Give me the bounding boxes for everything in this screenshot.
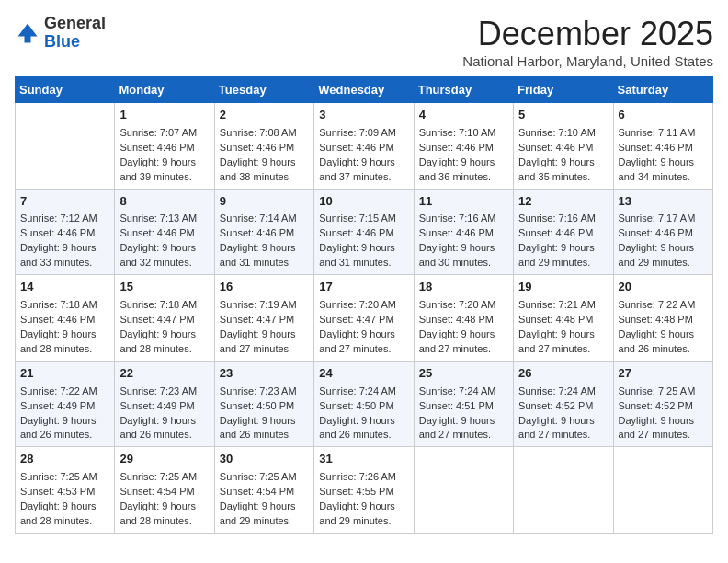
sunset-text: Sunset: 4:51 PM — [419, 400, 494, 411]
calendar-cell: 22Sunrise: 7:23 AMSunset: 4:49 PMDayligh… — [115, 361, 214, 447]
calendar-cell: 31Sunrise: 7:26 AMSunset: 4:55 PMDayligh… — [314, 447, 414, 534]
calendar-cell: 14Sunrise: 7:18 AMSunset: 4:46 PMDayligh… — [16, 275, 115, 362]
sunrise-text: Sunrise: 7:22 AM — [619, 299, 696, 310]
calendar-cell: 16Sunrise: 7:19 AMSunset: 4:47 PMDayligh… — [214, 275, 313, 362]
sunset-text: Sunset: 4:55 PM — [319, 486, 393, 497]
sunset-text: Sunset: 4:46 PM — [419, 227, 494, 238]
calendar-cell: 18Sunrise: 7:20 AMSunset: 4:48 PMDayligh… — [414, 275, 513, 362]
logo-icon — [15, 20, 40, 46]
cell-content: 19Sunrise: 7:21 AMSunset: 4:48 PMDayligh… — [518, 279, 608, 357]
calendar-week-5: 28Sunrise: 7:25 AMSunset: 4:53 PMDayligh… — [16, 447, 713, 534]
sunrise-text: Sunrise: 7:25 AM — [20, 471, 97, 482]
daylight-text: Daylight: 9 hours and 26 minutes. — [619, 328, 695, 354]
sunset-text: Sunset: 4:46 PM — [220, 142, 294, 153]
sunrise-text: Sunrise: 7:16 AM — [518, 213, 596, 224]
cell-content: 17Sunrise: 7:20 AMSunset: 4:47 PMDayligh… — [319, 279, 408, 357]
logo-general-text: General — [44, 15, 106, 33]
calendar-cell: 29Sunrise: 7:25 AMSunset: 4:54 PMDayligh… — [115, 447, 214, 534]
daylight-text: Daylight: 9 hours and 26 minutes. — [319, 415, 395, 441]
daylight-text: Daylight: 9 hours and 28 minutes. — [119, 500, 196, 526]
sunset-text: Sunset: 4:46 PM — [619, 142, 693, 153]
sunset-text: Sunset: 4:52 PM — [619, 400, 693, 411]
cell-content: 22Sunrise: 7:23 AMSunset: 4:49 PMDayligh… — [119, 365, 209, 443]
day-number: 4 — [419, 107, 508, 124]
daylight-text: Daylight: 9 hours and 27 minutes. — [419, 328, 495, 354]
sunset-text: Sunset: 4:46 PM — [518, 227, 593, 238]
day-number: 16 — [220, 279, 309, 296]
cell-content: 15Sunrise: 7:18 AMSunset: 4:47 PMDayligh… — [119, 279, 209, 357]
sunset-text: Sunset: 4:53 PM — [20, 486, 95, 497]
cell-content: 1Sunrise: 7:07 AMSunset: 4:46 PMDaylight… — [119, 107, 209, 185]
day-number: 12 — [518, 193, 608, 211]
day-number: 9 — [220, 193, 309, 211]
day-number: 1 — [119, 107, 209, 124]
sunset-text: Sunset: 4:47 PM — [319, 314, 393, 325]
cell-content: 18Sunrise: 7:20 AMSunset: 4:48 PMDayligh… — [419, 279, 508, 357]
sunrise-text: Sunrise: 7:13 AM — [119, 213, 197, 224]
calendar-cell: 5Sunrise: 7:10 AMSunset: 4:46 PMDaylight… — [514, 103, 613, 190]
day-number: 3 — [319, 107, 408, 124]
logo-blue-text: Blue — [44, 33, 106, 52]
sunset-text: Sunset: 4:50 PM — [319, 400, 393, 411]
calendar-cell: 7Sunrise: 7:12 AMSunset: 4:46 PMDaylight… — [16, 189, 115, 275]
daylight-text: Daylight: 9 hours and 27 minutes. — [419, 415, 495, 441]
weekday-header-tuesday: Tuesday — [214, 77, 313, 103]
cell-content: 8Sunrise: 7:13 AMSunset: 4:46 PMDaylight… — [119, 193, 209, 271]
sunrise-text: Sunrise: 7:14 AM — [220, 213, 297, 224]
daylight-text: Daylight: 9 hours and 32 minutes. — [119, 242, 196, 268]
cell-content: 31Sunrise: 7:26 AMSunset: 4:55 PMDayligh… — [319, 451, 408, 529]
calendar-cell: 13Sunrise: 7:17 AMSunset: 4:46 PMDayligh… — [613, 189, 712, 275]
sunset-text: Sunset: 4:46 PM — [419, 142, 494, 153]
sunset-text: Sunset: 4:54 PM — [119, 486, 194, 497]
cell-content: 11Sunrise: 7:16 AMSunset: 4:46 PMDayligh… — [419, 193, 508, 271]
calendar-cell: 30Sunrise: 7:25 AMSunset: 4:54 PMDayligh… — [214, 447, 313, 534]
day-number: 29 — [119, 451, 209, 468]
sunset-text: Sunset: 4:46 PM — [119, 227, 194, 238]
weekday-header-monday: Monday — [115, 77, 214, 103]
cell-content: 24Sunrise: 7:24 AMSunset: 4:50 PMDayligh… — [319, 365, 408, 443]
sunrise-text: Sunrise: 7:25 AM — [119, 471, 197, 482]
weekday-header-friday: Friday — [514, 77, 613, 103]
sunrise-text: Sunrise: 7:16 AM — [419, 213, 496, 224]
calendar-table: SundayMondayTuesdayWednesdayThursdayFrid… — [15, 76, 713, 534]
sunrise-text: Sunrise: 7:24 AM — [419, 385, 496, 396]
sunrise-text: Sunrise: 7:24 AM — [319, 385, 396, 396]
sunset-text: Sunset: 4:46 PM — [20, 314, 95, 325]
day-number: 19 — [518, 279, 608, 296]
day-number: 25 — [419, 365, 508, 383]
daylight-text: Daylight: 9 hours and 27 minutes. — [319, 328, 395, 354]
daylight-text: Daylight: 9 hours and 28 minutes. — [119, 328, 196, 354]
sunrise-text: Sunrise: 7:22 AM — [20, 385, 97, 396]
weekday-header-thursday: Thursday — [414, 77, 513, 103]
cell-content: 16Sunrise: 7:19 AMSunset: 4:47 PMDayligh… — [220, 279, 309, 357]
calendar-body: 1Sunrise: 7:07 AMSunset: 4:46 PMDaylight… — [16, 103, 713, 534]
cell-content: 26Sunrise: 7:24 AMSunset: 4:52 PMDayligh… — [518, 365, 608, 443]
cell-content: 7Sunrise: 7:12 AMSunset: 4:46 PMDaylight… — [20, 193, 109, 271]
cell-content: 2Sunrise: 7:08 AMSunset: 4:46 PMDaylight… — [220, 107, 309, 185]
cell-content: 30Sunrise: 7:25 AMSunset: 4:54 PMDayligh… — [220, 451, 309, 529]
daylight-text: Daylight: 9 hours and 29 minutes. — [518, 242, 595, 268]
calendar-cell: 24Sunrise: 7:24 AMSunset: 4:50 PMDayligh… — [314, 361, 414, 447]
svg-marker-0 — [18, 23, 38, 42]
calendar-cell: 17Sunrise: 7:20 AMSunset: 4:47 PMDayligh… — [314, 275, 414, 362]
sunset-text: Sunset: 4:48 PM — [419, 314, 494, 325]
sunset-text: Sunset: 4:46 PM — [220, 227, 294, 238]
cell-content: 10Sunrise: 7:15 AMSunset: 4:46 PMDayligh… — [319, 193, 408, 271]
weekday-row: SundayMondayTuesdayWednesdayThursdayFrid… — [16, 77, 713, 103]
day-number: 21 — [20, 365, 109, 383]
sunrise-text: Sunrise: 7:10 AM — [518, 127, 596, 138]
sunrise-text: Sunrise: 7:10 AM — [419, 127, 496, 138]
cell-content: 23Sunrise: 7:23 AMSunset: 4:50 PMDayligh… — [220, 365, 309, 443]
logo: General Blue — [15, 15, 106, 52]
calendar-cell: 4Sunrise: 7:10 AMSunset: 4:46 PMDaylight… — [414, 103, 513, 190]
calendar-week-3: 14Sunrise: 7:18 AMSunset: 4:46 PMDayligh… — [16, 275, 713, 362]
sunrise-text: Sunrise: 7:20 AM — [319, 299, 396, 310]
calendar-cell: 19Sunrise: 7:21 AMSunset: 4:48 PMDayligh… — [514, 275, 613, 362]
sunrise-text: Sunrise: 7:15 AM — [319, 213, 396, 224]
day-number: 20 — [619, 279, 708, 296]
calendar-cell: 25Sunrise: 7:24 AMSunset: 4:51 PMDayligh… — [414, 361, 513, 447]
sunset-text: Sunset: 4:52 PM — [518, 400, 593, 411]
calendar-cell: 8Sunrise: 7:13 AMSunset: 4:46 PMDaylight… — [115, 189, 214, 275]
sunset-text: Sunset: 4:48 PM — [619, 314, 693, 325]
sunrise-text: Sunrise: 7:26 AM — [319, 471, 396, 482]
